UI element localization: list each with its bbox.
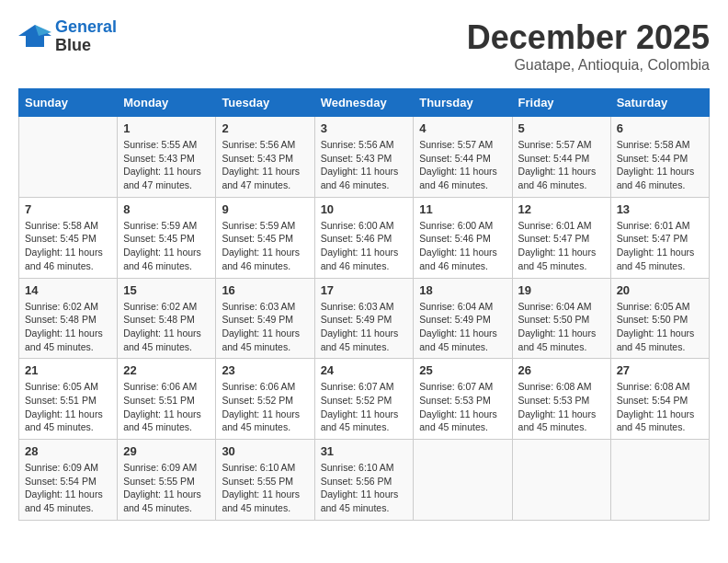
calendar-week-4: 21Sunrise: 6:05 AMSunset: 5:51 PMDayligh… <box>19 359 710 440</box>
day-info: Sunrise: 6:09 AMSunset: 5:54 PMDaylight:… <box>25 461 111 515</box>
day-info: Sunrise: 6:09 AMSunset: 5:55 PMDaylight:… <box>123 461 210 515</box>
day-number: 4 <box>419 121 506 135</box>
calendar-cell: 2Sunrise: 5:56 AMSunset: 5:43 PMDaylight… <box>216 117 314 198</box>
day-number: 3 <box>321 121 408 135</box>
day-info: Sunrise: 6:07 AMSunset: 5:52 PMDaylight:… <box>321 380 408 434</box>
day-info: Sunrise: 5:55 AMSunset: 5:43 PMDaylight:… <box>123 138 210 192</box>
calendar-cell <box>19 117 118 198</box>
day-info: Sunrise: 6:04 AMSunset: 5:49 PMDaylight:… <box>419 300 506 354</box>
day-info: Sunrise: 6:06 AMSunset: 5:51 PMDaylight:… <box>123 380 210 434</box>
day-number: 21 <box>25 363 111 377</box>
calendar-cell: 6Sunrise: 5:58 AMSunset: 5:44 PMDaylight… <box>610 117 709 198</box>
calendar-cell: 13Sunrise: 6:01 AMSunset: 5:47 PMDayligh… <box>610 197 709 278</box>
calendar-cell: 17Sunrise: 6:03 AMSunset: 5:49 PMDayligh… <box>314 278 414 359</box>
day-info: Sunrise: 6:08 AMSunset: 5:53 PMDaylight:… <box>518 380 605 434</box>
day-info: Sunrise: 5:58 AMSunset: 5:44 PMDaylight:… <box>617 138 703 192</box>
month-title: December 2025 <box>467 18 710 57</box>
calendar-cell: 28Sunrise: 6:09 AMSunset: 5:54 PMDayligh… <box>19 440 118 521</box>
day-number: 10 <box>321 202 408 216</box>
day-info: Sunrise: 5:59 AMSunset: 5:45 PMDaylight:… <box>123 219 210 273</box>
calendar-cell <box>512 440 610 521</box>
calendar-cell: 7Sunrise: 5:58 AMSunset: 5:45 PMDaylight… <box>19 197 118 278</box>
day-number: 18 <box>419 283 506 297</box>
weekday-header-friday: Friday <box>512 89 610 117</box>
day-info: Sunrise: 6:02 AMSunset: 5:48 PMDaylight:… <box>123 300 210 354</box>
day-number: 2 <box>222 121 308 135</box>
day-number: 30 <box>222 444 308 458</box>
svg-marker-0 <box>18 25 51 47</box>
calendar-cell: 19Sunrise: 6:04 AMSunset: 5:50 PMDayligh… <box>512 278 610 359</box>
day-number: 17 <box>321 283 408 297</box>
calendar-cell <box>610 440 709 521</box>
day-number: 29 <box>123 444 210 458</box>
calendar-cell: 10Sunrise: 6:00 AMSunset: 5:46 PMDayligh… <box>314 197 414 278</box>
day-number: 24 <box>321 363 408 377</box>
day-info: Sunrise: 6:04 AMSunset: 5:50 PMDaylight:… <box>518 300 605 354</box>
calendar-cell: 20Sunrise: 6:05 AMSunset: 5:50 PMDayligh… <box>610 278 709 359</box>
day-info: Sunrise: 6:10 AMSunset: 5:55 PMDaylight:… <box>222 461 308 515</box>
day-info: Sunrise: 6:01 AMSunset: 5:47 PMDaylight:… <box>617 219 703 273</box>
calendar-cell <box>414 440 512 521</box>
weekday-header-row: SundayMondayTuesdayWednesdayThursdayFrid… <box>19 89 710 117</box>
day-info: Sunrise: 5:56 AMSunset: 5:43 PMDaylight:… <box>321 138 408 192</box>
day-number: 28 <box>25 444 111 458</box>
calendar-cell: 31Sunrise: 6:10 AMSunset: 5:56 PMDayligh… <box>314 440 414 521</box>
calendar-cell: 18Sunrise: 6:04 AMSunset: 5:49 PMDayligh… <box>414 278 512 359</box>
calendar-table: SundayMondayTuesdayWednesdayThursdayFrid… <box>18 88 710 521</box>
calendar-cell: 14Sunrise: 6:02 AMSunset: 5:48 PMDayligh… <box>19 278 118 359</box>
day-info: Sunrise: 6:08 AMSunset: 5:54 PMDaylight:… <box>617 380 703 434</box>
calendar-week-3: 14Sunrise: 6:02 AMSunset: 5:48 PMDayligh… <box>19 278 710 359</box>
weekday-header-thursday: Thursday <box>414 89 512 117</box>
day-number: 20 <box>617 283 703 297</box>
day-info: Sunrise: 6:02 AMSunset: 5:48 PMDaylight:… <box>25 300 111 354</box>
page-header: General Blue December 2025 Guatape, Anti… <box>18 18 710 74</box>
calendar-week-5: 28Sunrise: 6:09 AMSunset: 5:54 PMDayligh… <box>19 440 710 521</box>
weekday-header-monday: Monday <box>118 89 216 117</box>
day-number: 6 <box>617 121 703 135</box>
weekday-header-saturday: Saturday <box>610 89 709 117</box>
calendar-cell: 9Sunrise: 5:59 AMSunset: 5:45 PMDaylight… <box>216 197 314 278</box>
calendar-cell: 16Sunrise: 6:03 AMSunset: 5:49 PMDayligh… <box>216 278 314 359</box>
day-info: Sunrise: 6:03 AMSunset: 5:49 PMDaylight:… <box>222 300 308 354</box>
day-number: 13 <box>617 202 703 216</box>
calendar-cell: 23Sunrise: 6:06 AMSunset: 5:52 PMDayligh… <box>216 359 314 440</box>
day-number: 23 <box>222 363 308 377</box>
day-info: Sunrise: 5:59 AMSunset: 5:45 PMDaylight:… <box>222 219 308 273</box>
day-info: Sunrise: 6:07 AMSunset: 5:53 PMDaylight:… <box>419 380 506 434</box>
calendar-cell: 22Sunrise: 6:06 AMSunset: 5:51 PMDayligh… <box>118 359 216 440</box>
day-info: Sunrise: 6:01 AMSunset: 5:47 PMDaylight:… <box>518 219 605 273</box>
day-info: Sunrise: 6:06 AMSunset: 5:52 PMDaylight:… <box>222 380 308 434</box>
day-info: Sunrise: 6:00 AMSunset: 5:46 PMDaylight:… <box>419 219 506 273</box>
day-number: 11 <box>419 202 506 216</box>
day-number: 25 <box>419 363 506 377</box>
calendar-cell: 29Sunrise: 6:09 AMSunset: 5:55 PMDayligh… <box>118 440 216 521</box>
calendar-cell: 21Sunrise: 6:05 AMSunset: 5:51 PMDayligh… <box>19 359 118 440</box>
day-number: 9 <box>222 202 308 216</box>
calendar-cell: 26Sunrise: 6:08 AMSunset: 5:53 PMDayligh… <box>512 359 610 440</box>
day-number: 31 <box>321 444 408 458</box>
day-info: Sunrise: 5:57 AMSunset: 5:44 PMDaylight:… <box>518 138 605 192</box>
calendar-cell: 15Sunrise: 6:02 AMSunset: 5:48 PMDayligh… <box>118 278 216 359</box>
day-info: Sunrise: 5:56 AMSunset: 5:43 PMDaylight:… <box>222 138 308 192</box>
calendar-week-1: 1Sunrise: 5:55 AMSunset: 5:43 PMDaylight… <box>19 117 710 198</box>
day-info: Sunrise: 6:10 AMSunset: 5:56 PMDaylight:… <box>321 461 408 515</box>
day-info: Sunrise: 5:58 AMSunset: 5:45 PMDaylight:… <box>25 219 111 273</box>
day-number: 12 <box>518 202 605 216</box>
calendar-cell: 4Sunrise: 5:57 AMSunset: 5:44 PMDaylight… <box>414 117 512 198</box>
day-info: Sunrise: 6:05 AMSunset: 5:50 PMDaylight:… <box>617 300 703 354</box>
day-number: 16 <box>222 283 308 297</box>
day-number: 22 <box>123 363 210 377</box>
logo-bird-icon <box>18 23 51 51</box>
logo: General Blue <box>18 18 117 55</box>
calendar-week-2: 7Sunrise: 5:58 AMSunset: 5:45 PMDaylight… <box>19 197 710 278</box>
day-number: 7 <box>25 202 111 216</box>
calendar-cell: 3Sunrise: 5:56 AMSunset: 5:43 PMDaylight… <box>314 117 414 198</box>
day-number: 8 <box>123 202 210 216</box>
calendar-cell: 11Sunrise: 6:00 AMSunset: 5:46 PMDayligh… <box>414 197 512 278</box>
day-info: Sunrise: 6:00 AMSunset: 5:46 PMDaylight:… <box>321 219 408 273</box>
calendar-cell: 27Sunrise: 6:08 AMSunset: 5:54 PMDayligh… <box>610 359 709 440</box>
calendar-cell: 8Sunrise: 5:59 AMSunset: 5:45 PMDaylight… <box>118 197 216 278</box>
calendar-cell: 24Sunrise: 6:07 AMSunset: 5:52 PMDayligh… <box>314 359 414 440</box>
weekday-header-wednesday: Wednesday <box>314 89 414 117</box>
weekday-header-tuesday: Tuesday <box>216 89 314 117</box>
